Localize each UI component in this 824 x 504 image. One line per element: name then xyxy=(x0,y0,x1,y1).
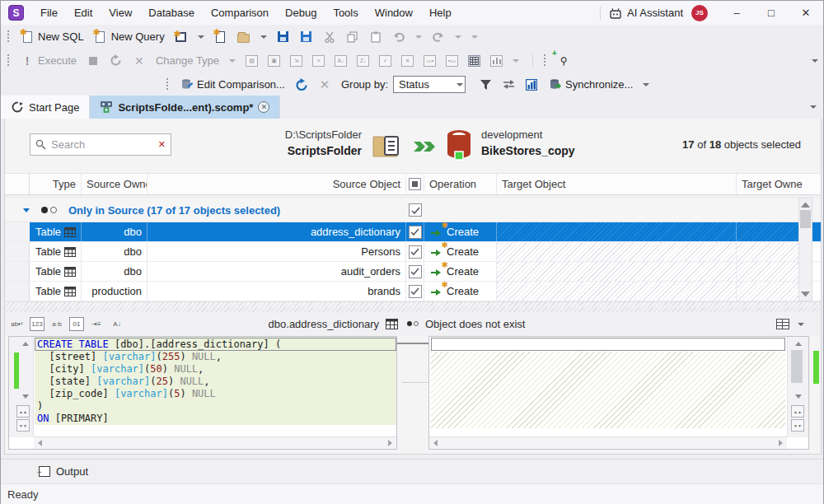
ai-assistant-label[interactable]: AI Assistant xyxy=(627,7,683,19)
table-row[interactable]: Table dbo address_dictionary ✱ Create xyxy=(5,222,821,242)
sort-desc-button[interactable]: Z↓ xyxy=(352,53,374,69)
source-editor-scrollbar[interactable]: ▲▲ ▼▼ xyxy=(9,337,34,437)
next-difference-button[interactable]: ▼▼ xyxy=(16,419,30,432)
open-button[interactable] xyxy=(232,28,255,46)
paste-button[interactable] xyxy=(364,28,387,46)
sort-asc-button[interactable]: A↓ xyxy=(330,53,352,69)
scroll-right-icon[interactable] xyxy=(388,440,392,446)
menu-view[interactable]: View xyxy=(101,1,140,25)
edit-comparison-button[interactable]: Edit Comparison... xyxy=(175,76,290,94)
grid-vertical-scrollbar[interactable] xyxy=(798,198,812,301)
paste-results-button[interactable]: ▧ xyxy=(241,53,263,69)
toolbar2-overflow-icon[interactable] xyxy=(812,59,818,63)
execute-button[interactable]: ! Execute xyxy=(16,52,82,70)
cell-checkbox[interactable] xyxy=(406,242,424,261)
scroll-thumb[interactable] xyxy=(791,350,803,383)
menu-window[interactable]: Window xyxy=(367,1,421,25)
new-document-button[interactable]: ✱ xyxy=(209,28,232,46)
sort-lines-icon[interactable]: A↓ xyxy=(109,317,125,331)
scroll-left-icon[interactable] xyxy=(433,440,438,446)
new-sql-button[interactable]: ✱ New SQL xyxy=(16,28,89,46)
cancel-button[interactable]: ✕ xyxy=(128,52,151,70)
tab-list-dropdown-icon[interactable] xyxy=(810,105,817,109)
scroll-left-icon[interactable] xyxy=(38,440,42,446)
line-numbers-icon[interactable]: 123 xyxy=(30,317,44,331)
table-row[interactable]: Table dbo audit_orders ✱ Create xyxy=(5,262,821,282)
next-difference-button[interactable]: ▼▼ xyxy=(791,419,804,432)
column-header-type[interactable]: Type xyxy=(30,174,82,194)
search-input[interactable] xyxy=(51,138,153,151)
open-dropdown-icon[interactable] xyxy=(260,35,267,39)
redo-dropdown-icon[interactable] xyxy=(455,35,461,39)
tab-close-icon[interactable]: ✕ xyxy=(258,101,269,113)
toolbar1-overflow-icon[interactable] xyxy=(471,35,478,39)
word-wrap-icon[interactable]: ab↵ xyxy=(9,317,26,331)
undo-button[interactable] xyxy=(387,28,410,46)
menu-file[interactable]: File xyxy=(32,1,66,25)
expand-button[interactable]: ⇲ xyxy=(285,53,307,69)
collapse-chevron-icon[interactable] xyxy=(23,208,30,212)
panel-layout-icon[interactable] xyxy=(776,318,789,329)
chart-view-dropdown-icon[interactable] xyxy=(513,59,519,63)
grid-view-button[interactable] xyxy=(463,53,485,69)
column-header-operation[interactable]: Operation xyxy=(424,174,497,194)
stop-button[interactable] xyxy=(82,52,105,70)
restart-button[interactable] xyxy=(105,52,128,70)
refresh-comparison-button[interactable] xyxy=(290,76,313,94)
cell-checkbox[interactable] xyxy=(406,222,424,241)
toolbar-grip[interactable] xyxy=(543,54,546,68)
menu-edit[interactable]: Edit xyxy=(66,1,101,25)
scroll-up-icon[interactable] xyxy=(801,203,810,208)
minimize-button[interactable]: – xyxy=(719,1,754,25)
indent-icon[interactable]: ⇥≡ xyxy=(88,317,105,331)
undo-dropdown-icon[interactable] xyxy=(415,35,422,39)
user-avatar-badge[interactable]: JS xyxy=(691,5,708,21)
redo-button[interactable] xyxy=(427,28,450,46)
new-window-button[interactable]: ✱ xyxy=(170,28,193,46)
new-window-dropdown-icon[interactable] xyxy=(198,35,204,39)
change-type-button[interactable]: Change Type xyxy=(151,52,224,69)
cell-checkbox[interactable] xyxy=(406,262,424,281)
filter-button[interactable] xyxy=(474,76,497,94)
source-code-editor[interactable]: CREATE TABLE [dbo].[address_dictionary] … xyxy=(35,337,396,436)
outline-button[interactable]: ≡ xyxy=(307,53,330,69)
cell-checkbox[interactable] xyxy=(406,282,424,301)
column-header-source-owner[interactable]: Source Owner xyxy=(82,174,147,194)
group-row-only-in-source[interactable]: Only in Source (17 of 17 objects selecte… xyxy=(5,198,821,222)
close-button[interactable]: ✕ xyxy=(789,1,823,25)
binary-icon[interactable]: 01 xyxy=(69,317,84,331)
invalidate-script-button[interactable]: ✕ xyxy=(396,53,419,69)
stop-comparison-button[interactable]: ✕ xyxy=(313,76,336,94)
synchronize-button[interactable]: Synchronize... xyxy=(543,76,638,94)
menu-tools[interactable]: Tools xyxy=(325,1,366,25)
whitespace-icon[interactable]: a·b xyxy=(49,317,65,331)
panel-layout-dropdown-icon[interactable] xyxy=(798,323,804,326)
cut-button[interactable] xyxy=(318,28,341,46)
toolbar-grip[interactable] xyxy=(7,30,10,44)
scroll-down-icon[interactable] xyxy=(795,394,802,399)
scroll-up-icon[interactable] xyxy=(795,342,802,346)
tab-schema-compare[interactable]: ScriptsFolde...ent).scomp* ✕ xyxy=(90,96,280,119)
clear-search-icon[interactable]: ✕ xyxy=(158,139,166,150)
layout-button[interactable]: ▣ xyxy=(263,53,285,69)
table-row[interactable]: Table production brands ✱ Create xyxy=(5,282,821,301)
scroll-down-icon[interactable] xyxy=(22,394,29,399)
previous-difference-button[interactable]: ▲▲ xyxy=(16,405,30,418)
scroll-thumb[interactable] xyxy=(800,210,811,228)
copy-button[interactable] xyxy=(341,28,364,46)
change-type-dropdown-icon[interactable] xyxy=(229,59,236,63)
scroll-up-icon[interactable] xyxy=(22,342,29,346)
menu-help[interactable]: Help xyxy=(421,1,460,25)
chart-view-button[interactable] xyxy=(485,53,508,69)
target-code-editor[interactable] xyxy=(429,337,787,436)
row-checkbox[interactable] xyxy=(409,285,422,298)
menu-comparison[interactable]: Comparison xyxy=(203,1,277,25)
column-header-target-object[interactable]: Target Object xyxy=(497,174,737,194)
save-all-button[interactable] xyxy=(295,28,318,46)
map-left-button[interactable]: ▭• xyxy=(419,53,441,69)
source-horizontal-scrollbar[interactable] xyxy=(34,436,396,449)
target-horizontal-scrollbar[interactable] xyxy=(429,436,787,449)
toolbar-grip[interactable] xyxy=(166,77,169,91)
new-query-button[interactable]: ✱ New Query xyxy=(89,28,170,46)
row-checkbox[interactable] xyxy=(409,245,422,259)
